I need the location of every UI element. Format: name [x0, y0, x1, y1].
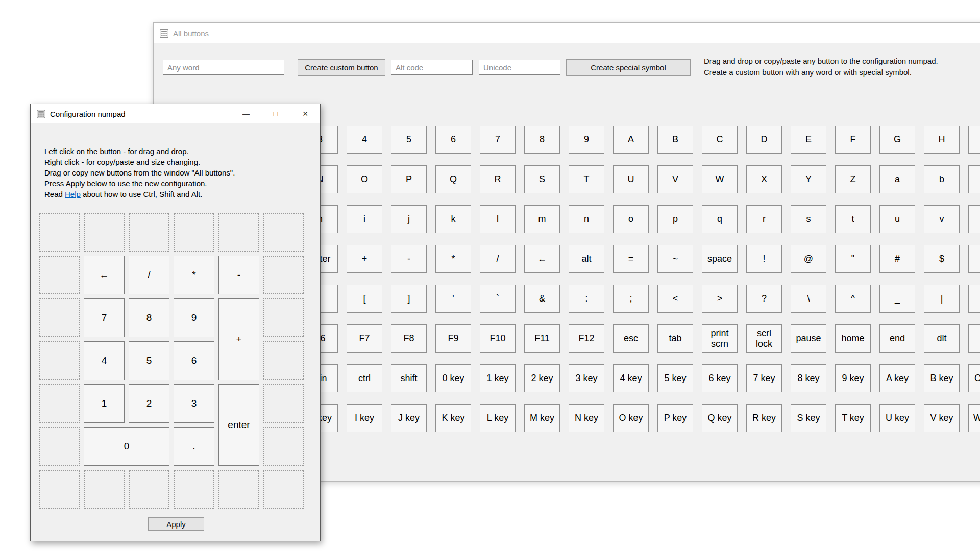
- apply-button[interactable]: Apply: [148, 517, 204, 531]
- numpad-button[interactable]: /: [129, 256, 169, 294]
- key-button[interactable]: P: [391, 165, 427, 193]
- key-button[interactable]: T key: [835, 404, 871, 432]
- numpad-empty-cell[interactable]: [39, 470, 80, 509]
- key-button[interactable]: 5: [391, 126, 427, 154]
- key-button[interactable]: 8: [524, 126, 560, 154]
- key-button[interactable]: K key: [435, 404, 471, 432]
- key-button[interactable]: n: [569, 205, 604, 233]
- key-button[interactable]: I: [968, 126, 980, 154]
- key-button[interactable]: alt: [569, 245, 604, 273]
- numpad-button[interactable]: *: [174, 256, 214, 294]
- numpad-empty-cell[interactable]: [39, 384, 80, 423]
- numpad-empty-cell[interactable]: [174, 213, 214, 252]
- numpad-button[interactable]: 0: [84, 427, 169, 466]
- numpad-button[interactable]: ←: [84, 256, 125, 294]
- key-button[interactable]: 7: [480, 126, 516, 154]
- key-button[interactable]: j: [391, 205, 427, 233]
- key-button[interactable]: $: [924, 245, 960, 273]
- key-button[interactable]: esc: [613, 324, 649, 353]
- key-button[interactable]: ins: [968, 324, 980, 353]
- key-button[interactable]: A key: [879, 364, 915, 392]
- key-button[interactable]: pause: [791, 324, 826, 353]
- numpad-button[interactable]: 4: [84, 341, 125, 380]
- numpad-button[interactable]: -: [218, 256, 259, 294]
- key-button[interactable]: F10: [480, 324, 516, 353]
- key-button[interactable]: ←: [524, 245, 560, 273]
- key-button[interactable]: >: [702, 285, 738, 313]
- key-button[interactable]: _: [879, 285, 915, 313]
- key-button[interactable]: @: [791, 245, 826, 273]
- key-button[interactable]: tab: [657, 324, 693, 353]
- key-button[interactable]: J key: [391, 404, 427, 432]
- numpad-empty-cell[interactable]: [39, 256, 80, 294]
- key-button[interactable]: /: [480, 245, 516, 273]
- key-button[interactable]: :: [569, 285, 604, 313]
- key-button[interactable]: s: [791, 205, 826, 233]
- key-button[interactable]: L key: [480, 404, 516, 432]
- key-button[interactable]: `: [480, 285, 516, 313]
- key-button[interactable]: F7: [347, 324, 382, 353]
- key-button[interactable]: r: [746, 205, 782, 233]
- numpad-empty-cell[interactable]: [174, 470, 214, 509]
- numpad-empty-cell[interactable]: [263, 213, 304, 252]
- key-button[interactable]: 9: [569, 126, 604, 154]
- numpad-empty-cell[interactable]: [263, 298, 304, 337]
- numpad-empty-cell[interactable]: [129, 470, 169, 509]
- key-button[interactable]: i: [347, 205, 382, 233]
- key-button[interactable]: u: [879, 205, 915, 233]
- key-button[interactable]: D: [746, 126, 782, 154]
- key-button[interactable]: Q key: [702, 404, 738, 432]
- key-button[interactable]: O key: [613, 404, 649, 432]
- key-button[interactable]: !: [746, 245, 782, 273]
- key-button[interactable]: end: [879, 324, 915, 353]
- key-button[interactable]: U key: [879, 404, 915, 432]
- key-button[interactable]: 7 key: [746, 364, 782, 392]
- key-button[interactable]: m: [524, 205, 560, 233]
- key-button[interactable]: E: [791, 126, 826, 154]
- key-button[interactable]: *: [435, 245, 471, 273]
- numpad-empty-cell[interactable]: [263, 470, 304, 509]
- key-button[interactable]: t: [835, 205, 871, 233]
- key-button[interactable]: w: [968, 205, 980, 233]
- key-button[interactable]: V: [657, 165, 693, 193]
- numpad-button[interactable]: .: [174, 427, 214, 466]
- key-button[interactable]: shift: [391, 364, 427, 392]
- numpad-button[interactable]: enter: [218, 384, 259, 466]
- key-button[interactable]: \: [791, 285, 826, 313]
- key-button[interactable]: X: [746, 165, 782, 193]
- key-button[interactable]: 0 key: [435, 364, 471, 392]
- key-button[interactable]: b: [924, 165, 960, 193]
- numpad-empty-cell[interactable]: [263, 256, 304, 294]
- key-button[interactable]: 4 key: [613, 364, 649, 392]
- key-button[interactable]: B key: [924, 364, 960, 392]
- key-button[interactable]: ]: [391, 285, 427, 313]
- key-button[interactable]: M key: [524, 404, 560, 432]
- key-button[interactable]: #: [879, 245, 915, 273]
- numpad-button[interactable]: 9: [174, 298, 214, 337]
- key-button[interactable]: dlt: [924, 324, 960, 353]
- numpad-button[interactable]: 1: [84, 384, 125, 423]
- key-button[interactable]: F: [835, 126, 871, 154]
- numpad-empty-cell[interactable]: [263, 427, 304, 466]
- key-button[interactable]: T: [569, 165, 604, 193]
- key-button[interactable]: ': [435, 285, 471, 313]
- numpad-empty-cell[interactable]: [84, 470, 125, 509]
- key-button[interactable]: I key: [347, 404, 382, 432]
- key-button[interactable]: Q: [435, 165, 471, 193]
- numpad-button[interactable]: +: [218, 298, 259, 380]
- key-button[interactable]: ~: [657, 245, 693, 273]
- key-button[interactable]: [: [347, 285, 382, 313]
- key-button[interactable]: +: [347, 245, 382, 273]
- numpad-empty-cell[interactable]: [39, 213, 80, 252]
- key-button[interactable]: scrl lock: [746, 324, 782, 353]
- key-button[interactable]: o: [613, 205, 649, 233]
- key-button[interactable]: 6 key: [702, 364, 738, 392]
- key-button[interactable]: 8 key: [791, 364, 826, 392]
- key-button[interactable]: Z: [835, 165, 871, 193]
- key-button[interactable]: c: [968, 165, 980, 193]
- key-button[interactable]: ": [835, 245, 871, 273]
- key-button[interactable]: ^: [835, 285, 871, 313]
- key-button[interactable]: H: [924, 126, 960, 154]
- key-button[interactable]: p: [657, 205, 693, 233]
- key-button[interactable]: =: [613, 245, 649, 273]
